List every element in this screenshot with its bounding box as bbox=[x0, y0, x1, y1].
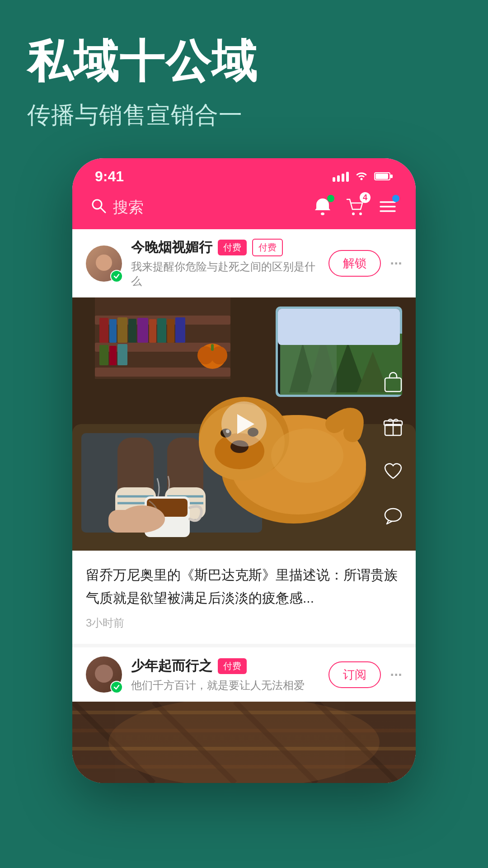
cart-button[interactable]: 4 bbox=[345, 197, 365, 218]
tag-paid-1: 付费 bbox=[218, 240, 247, 255]
unlock-button[interactable]: 解锁 bbox=[328, 250, 381, 277]
svg-rect-27 bbox=[117, 344, 127, 365]
background: 私域十公域 传播与销售宣销合一 9:41 bbox=[0, 0, 488, 868]
verified-badge-2 bbox=[110, 681, 123, 693]
svg-rect-24 bbox=[175, 317, 185, 343]
comment-action[interactable] bbox=[381, 504, 405, 533]
tag-paid-2: 付费 bbox=[252, 239, 283, 256]
post-desc-1: 我来提醒你危险与赴死之间的区别是什么 bbox=[131, 259, 319, 288]
post-actions-2: 订阅 ··· bbox=[328, 661, 402, 688]
svg-rect-31 bbox=[211, 344, 214, 351]
svg-rect-67 bbox=[385, 378, 401, 392]
gift-action[interactable] bbox=[381, 415, 405, 443]
svg-rect-20 bbox=[137, 318, 148, 343]
svg-point-62 bbox=[271, 429, 343, 483]
play-icon bbox=[237, 414, 254, 434]
cart-count: 4 bbox=[360, 192, 371, 203]
svg-rect-18 bbox=[117, 317, 127, 343]
menu-badge bbox=[392, 195, 399, 202]
post-timestamp: 3小时前 bbox=[86, 616, 402, 639]
svg-rect-2 bbox=[375, 174, 388, 179]
post-username-2: 少年起而行之 付费 bbox=[131, 657, 319, 675]
search-bar[interactable]: 搜索 bbox=[90, 197, 144, 218]
hero-title: 私域十公域 bbox=[27, 36, 461, 86]
menu-button[interactable] bbox=[378, 197, 398, 218]
svg-rect-1 bbox=[390, 175, 393, 178]
post-username-1: 今晚烟视媚行 付费 付费 bbox=[131, 238, 319, 257]
app-content: 今晚烟视媚行 付费 付费 我来提醒你危险与赴死之间的区别是什么 解锁 ··· bbox=[72, 229, 416, 783]
status-time: 9:41 bbox=[95, 168, 124, 185]
svg-rect-40 bbox=[278, 309, 400, 345]
wifi-icon bbox=[355, 170, 368, 183]
hero-subtitle: 传播与销售宣销合一 bbox=[27, 99, 461, 131]
subscribe-button[interactable]: 订阅 bbox=[328, 661, 381, 688]
thumb-overlay bbox=[72, 702, 416, 783]
svg-rect-21 bbox=[149, 319, 156, 343]
post-actions-1: 解锁 ··· bbox=[328, 250, 402, 277]
avatar-wrap-2 bbox=[86, 656, 122, 693]
svg-rect-19 bbox=[128, 319, 136, 343]
svg-rect-22 bbox=[157, 318, 166, 343]
more-button-2[interactable]: ··· bbox=[390, 666, 402, 683]
heart-action[interactable] bbox=[381, 459, 405, 488]
bag-action[interactable] bbox=[381, 370, 405, 398]
post-header-1: 今晚烟视媚行 付费 付费 我来提醒你危险与赴死之间的区别是什么 解锁 ··· bbox=[72, 229, 416, 297]
svg-rect-17 bbox=[109, 319, 117, 343]
svg-line-4 bbox=[100, 208, 105, 212]
svg-point-6 bbox=[352, 212, 355, 215]
svg-point-5 bbox=[321, 212, 324, 215]
signal-icon bbox=[333, 172, 349, 182]
post-body-1: 留乔万尼奥里的《斯巴达克斯》里描述说：所谓贵族气质就是欲望被满足后淡淡的疲惫感.… bbox=[72, 551, 416, 644]
battery-icon bbox=[374, 169, 393, 184]
svg-point-7 bbox=[359, 212, 362, 215]
search-placeholder: 搜索 bbox=[113, 197, 144, 218]
svg-point-71 bbox=[385, 509, 401, 521]
post-card-2: 少年起而行之 付费 他们千方百计，就是要让人无法相爱 订阅 ··· bbox=[72, 647, 416, 783]
svg-rect-15 bbox=[95, 368, 230, 377]
more-button-1[interactable]: ··· bbox=[390, 255, 402, 272]
verified-badge-1 bbox=[110, 270, 123, 283]
bell-button[interactable] bbox=[313, 197, 333, 218]
side-actions bbox=[381, 370, 405, 533]
post-meta-1: 今晚烟视媚行 付费 付费 我来提醒你危险与赴死之间的区别是什么 bbox=[131, 238, 319, 288]
svg-rect-16 bbox=[99, 318, 108, 343]
post-meta-2: 少年起而行之 付费 他们千方百计，就是要让人无法相爱 bbox=[131, 657, 319, 693]
tag-paid-post2: 付费 bbox=[218, 658, 247, 674]
post-desc-2: 他们千方百计，就是要让人无法相爱 bbox=[131, 678, 319, 693]
app-header: 搜索 bbox=[72, 189, 416, 229]
svg-rect-23 bbox=[167, 319, 174, 343]
status-icons bbox=[333, 169, 393, 184]
bottom-thumbnail bbox=[72, 702, 416, 783]
svg-rect-25 bbox=[99, 345, 108, 365]
header-icons: 4 bbox=[313, 197, 398, 218]
svg-rect-66 bbox=[108, 510, 154, 533]
svg-rect-26 bbox=[109, 346, 117, 365]
avatar-wrap-1 bbox=[86, 245, 122, 282]
phone-mockup: 9:41 bbox=[72, 158, 416, 783]
post-body-text: 留乔万尼奥里的《斯巴达克斯》里描述说：所谓贵族气质就是欲望被满足后淡淡的疲惫感.… bbox=[86, 563, 402, 609]
post-header-2: 少年起而行之 付费 他们千方百计，就是要让人无法相爱 订阅 ··· bbox=[72, 647, 416, 702]
video-container[interactable] bbox=[72, 297, 416, 551]
status-bar: 9:41 bbox=[72, 158, 416, 189]
post-card-1: 今晚烟视媚行 付费 付费 我来提醒你危险与赴死之间的区别是什么 解锁 ··· bbox=[72, 229, 416, 644]
phone-wrapper: 9:41 bbox=[27, 158, 461, 783]
play-button[interactable] bbox=[221, 401, 267, 447]
search-icon bbox=[90, 198, 107, 218]
bell-badge bbox=[327, 195, 334, 202]
